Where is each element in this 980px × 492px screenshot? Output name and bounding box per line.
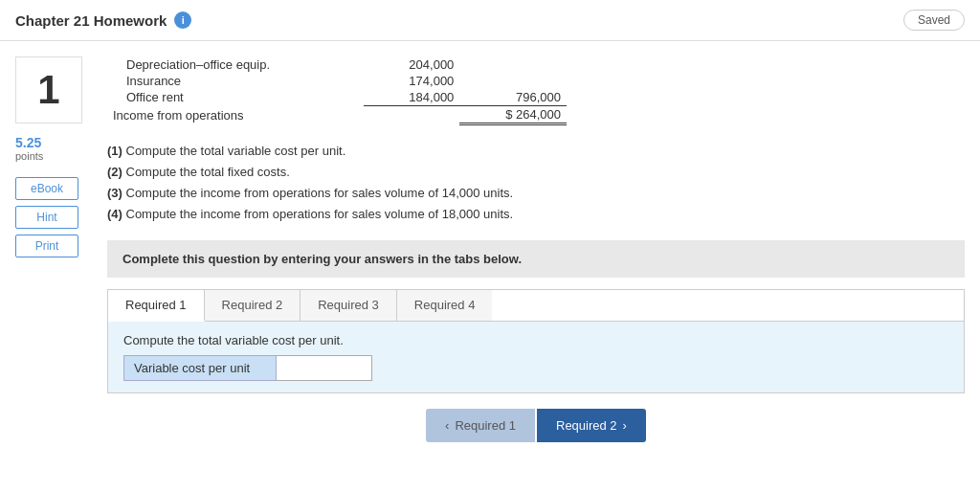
input-row: Variable cost per unit (123, 355, 948, 381)
tab-required-4[interactable]: Required 4 (397, 290, 493, 321)
financial-table: Depreciation–office equip. 204,000 Insur… (107, 56, 567, 125)
content-area: Depreciation–office equip. 204,000 Insur… (107, 56, 965, 458)
prev-label: Required 1 (455, 418, 516, 433)
sidebar: 1 5.25 points eBook Hint Print (15, 56, 92, 458)
ebook-button[interactable]: eBook (15, 177, 78, 200)
table-row: Office rent 184,000 796,000 (107, 89, 567, 106)
complete-question-text: Complete this question by entering your … (122, 252, 522, 266)
table-row: Insurance 174,000 (107, 73, 567, 89)
instructions: (1) Compute the total variable cost per … (107, 141, 965, 225)
tab-required-2[interactable]: Required 2 (205, 290, 301, 321)
tabs-container: Required 1 Required 2 Required 3 Require… (107, 289, 965, 393)
print-button[interactable]: Print (15, 235, 78, 257)
complete-question-box: Complete this question by entering your … (107, 240, 965, 278)
row-label: Office rent (107, 89, 364, 106)
points-label: points (15, 150, 92, 162)
table-row-income: Income from operations $ 264,000 (107, 106, 567, 124)
saved-badge: Saved (903, 10, 965, 31)
instruction-4: (4) Compute the income from operations f… (107, 204, 965, 225)
tab-required-3[interactable]: Required 3 (301, 290, 397, 321)
input-label: Variable cost per unit (123, 355, 277, 381)
row-total (459, 56, 567, 73)
points-value: 5.25 (15, 135, 92, 150)
nav-buttons: ‹ Required 1 Required 2 › (107, 409, 965, 458)
row-amount: 184,000 (364, 89, 459, 106)
tab-required-1[interactable]: Required 1 (108, 290, 205, 322)
hint-button[interactable]: Hint (15, 206, 78, 229)
tab-content-required-1: Compute the total variable cost per unit… (108, 322, 964, 392)
variable-cost-input[interactable] (277, 355, 372, 381)
row-label: Insurance (107, 73, 364, 89)
tabs-header: Required 1 Required 2 Required 3 Require… (108, 290, 964, 322)
row-total: 796,000 (459, 89, 567, 106)
main-content: 1 5.25 points eBook Hint Print Depreciat… (0, 41, 980, 473)
row-total (459, 73, 567, 89)
instruction-3: (3) Compute the income from operations f… (107, 183, 965, 204)
next-button[interactable]: Required 2 › (537, 409, 646, 442)
income-label: Income from operations (107, 106, 364, 124)
next-icon: › (623, 418, 627, 433)
row-label: Depreciation–office equip. (107, 56, 364, 73)
row-amount: 204,000 (364, 56, 459, 73)
tab-description: Compute the total variable cost per unit… (123, 333, 948, 347)
income-amount (364, 106, 459, 124)
income-total: $ 264,000 (459, 106, 567, 124)
instruction-1: (1) Compute the total variable cost per … (107, 141, 965, 162)
page-title: Chapter 21 Homework (15, 12, 167, 29)
table-row: Depreciation–office equip. 204,000 (107, 56, 567, 73)
page-header: Chapter 21 Homework i Saved (0, 0, 980, 41)
instruction-2: (2) Compute the total fixed costs. (107, 162, 965, 183)
row-amount: 174,000 (364, 73, 459, 89)
question-number: 1 (15, 56, 82, 123)
prev-button[interactable]: ‹ Required 1 (426, 409, 535, 442)
prev-icon: ‹ (445, 418, 449, 433)
info-icon[interactable]: i (174, 11, 191, 29)
next-label: Required 2 (556, 418, 617, 433)
